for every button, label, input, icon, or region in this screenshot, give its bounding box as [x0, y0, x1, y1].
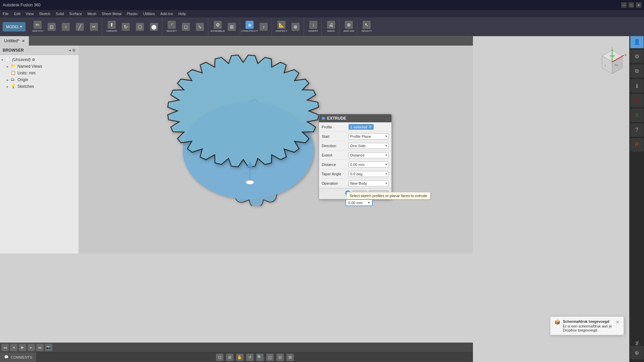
timeline-play-btn[interactable]: ▶ — [19, 344, 26, 351]
tree-item-units[interactable]: 📋 Units: mm — [0, 70, 78, 76]
select-btn[interactable]: ↖ SELECT — [360, 19, 373, 35]
extrude-btn[interactable]: ⬆ CREATE — [105, 19, 118, 35]
title-bar: Autodesk Fusion 360 ─ □ ✕ — [0, 0, 644, 10]
line-icon: ╱ — [76, 23, 84, 31]
taper-input[interactable]: 0.0 deg ▾ — [348, 171, 389, 177]
notification-close-btn[interactable]: ✕ — [615, 319, 620, 325]
plane-btn[interactable]: ◈ CONSTRUCT — [243, 19, 256, 35]
tree-item-document[interactable]: ▾ 📄 (Unsaved) ⚙ — [0, 56, 78, 63]
menu-file[interactable]: File — [3, 12, 9, 16]
model-button[interactable]: MODEL ▾ — [3, 22, 25, 32]
create-sketch-btn[interactable]: ⊡ — [45, 19, 58, 35]
model-label: MODEL — [6, 25, 19, 29]
status-grid-btn[interactable]: ⊞ — [226, 354, 233, 361]
menu-plastic[interactable]: Plastic — [127, 12, 138, 16]
rs-bottom-btn[interactable]: ⊕ — [630, 346, 644, 359]
minimize-btn[interactable]: ─ — [621, 2, 627, 8]
view-cube[interactable]: TOP FR L X Y — [597, 47, 627, 77]
dimension-input-box[interactable]: ▾ — [345, 199, 373, 206]
comments-button[interactable]: 💬 COMMENTS — [0, 352, 37, 362]
direction-dropdown[interactable]: One Side ▾ — [348, 143, 389, 149]
rs-acrobat-btn[interactable]: A — [630, 94, 644, 107]
start-dropdown[interactable]: Profile Plane ▾ — [348, 133, 389, 139]
canvas-area[interactable]: /* teeth will be drawn in JS below */ Se… — [79, 46, 473, 253]
origin-icon: 🗂 — [11, 77, 16, 82]
revolve-btn[interactable]: ↻ — [119, 19, 132, 35]
trim-btn[interactable]: ✂ — [87, 19, 101, 35]
tab-untitled[interactable]: Untitled* ✕ — [0, 36, 29, 46]
distance-input[interactable]: 0.00 mm ▾ — [348, 162, 389, 168]
menu-sketch[interactable]: Sketch — [39, 12, 50, 16]
extent-dropdown[interactable]: Distance ▾ — [348, 152, 389, 158]
notification-title: Schermafdruk toegevoegd — [563, 319, 613, 323]
menu-addins[interactable]: Add-Ins — [160, 12, 173, 16]
extrude-arrow-handle[interactable] — [240, 160, 260, 187]
menu-edit[interactable]: Edit — [14, 12, 20, 16]
rs-layers-btn[interactable]: ⧉ — [630, 64, 644, 78]
make-btn[interactable]: 🖨 MAKE — [324, 19, 338, 35]
menu-mesh[interactable]: Mesh — [87, 12, 96, 16]
browser-settings-btn[interactable]: ⚙ — [72, 48, 76, 53]
status-section-btn[interactable]: ◫ — [266, 354, 274, 361]
menu-view[interactable]: View — [26, 12, 34, 16]
timeline-start-btn[interactable]: ⏮ — [1, 344, 9, 351]
hole-btn[interactable]: ⬤ — [147, 19, 161, 35]
operation-dropdown[interactable]: New Body ▾ — [348, 180, 389, 186]
timeline-prev-btn[interactable]: ◂ — [10, 344, 17, 351]
status-grid2-btn[interactable]: ⊠ — [286, 354, 294, 361]
timeline-camera-btn[interactable]: 📷 — [45, 344, 52, 351]
loft-btn[interactable]: ⬡ — [133, 19, 147, 35]
shell-btn[interactable]: ◻ — [179, 19, 193, 35]
rigid-icon: ⊞ — [228, 23, 236, 31]
maximize-btn[interactable]: □ — [629, 2, 634, 8]
gear-group — [168, 55, 319, 167]
status-orbit-btn[interactable]: ↺ — [246, 354, 254, 361]
rs-info-btn[interactable]: ℹ — [630, 79, 644, 93]
sketch-btn[interactable]: ✏ SKETCH — [31, 19, 44, 35]
profile-clear-btn[interactable]: ✕ — [369, 125, 372, 129]
scale-btn[interactable]: ⤡ — [193, 19, 207, 35]
profile-selected-btn[interactable]: 1 selected ✕ — [348, 124, 374, 130]
rs-ppt-btn[interactable]: P — [630, 138, 644, 152]
tree-item-named-views[interactable]: ▸ 📁 Named Views — [0, 63, 78, 70]
rs-user-btn[interactable]: 👤 — [630, 35, 644, 48]
rs-settings-btn[interactable]: ⚙ — [630, 50, 644, 63]
dimension-dropdown-arrow[interactable]: ▾ — [368, 200, 370, 205]
taper-label: Taper Angle — [322, 172, 348, 176]
menu-utilities[interactable]: Utilities — [143, 12, 155, 16]
rs-unknown-btn[interactable]: ? — [630, 123, 644, 137]
line-btn[interactable]: ╱ — [73, 19, 87, 35]
interference-btn[interactable]: ⊗ — [289, 19, 302, 35]
tree-label-document: (Unsaved) — [12, 57, 31, 62]
addins-btn[interactable]: ⊕ ADD-INS — [342, 19, 356, 35]
status-snap-btn[interactable]: ⊡ — [216, 354, 223, 361]
extrude-distance-row: Distance 0.00 mm ▾ — [319, 160, 391, 169]
menu-sheetmetal[interactable]: Sheet Metal — [102, 12, 121, 16]
tree-item-origin[interactable]: ▸ 🗂 Origin — [0, 76, 78, 83]
operation-dropdown-arrow: ▾ — [385, 181, 387, 185]
status-zoom-btn[interactable]: 🔍 — [256, 354, 264, 361]
timeline-next-btn[interactable]: ▸ — [28, 344, 35, 351]
document-settings-icon[interactable]: ⚙ — [32, 58, 35, 62]
joint-btn[interactable]: ⚙ ASSEMBLE — [211, 19, 224, 35]
rigid-btn[interactable]: ⊞ — [225, 19, 238, 35]
axis-btn[interactable]: ↕ — [257, 19, 270, 35]
menu-help[interactable]: Help — [178, 12, 186, 16]
insert-btn[interactable]: ↓ INSERT — [307, 19, 320, 35]
fillet-btn[interactable]: ◜ MODIFY — [165, 19, 178, 35]
close-btn[interactable]: ✕ — [636, 2, 641, 8]
status-pan-btn[interactable]: ✋ — [236, 354, 244, 361]
view-cube-svg: TOP FR L X Y — [597, 47, 627, 77]
circle-btn[interactable]: ○ — [59, 19, 72, 35]
status-display-btn[interactable]: ⊟ — [276, 354, 284, 361]
browser-collapse-btn[interactable]: ◂ — [69, 48, 71, 53]
rs-excel-btn[interactable]: X — [630, 109, 644, 122]
timeline-end-btn[interactable]: ⏭ — [36, 344, 44, 351]
tab-close-btn[interactable]: ✕ — [22, 39, 25, 43]
menu-solid[interactable]: Solid — [56, 12, 64, 16]
tree-item-sketches[interactable]: ▸ 💡 Sketches — [0, 83, 78, 90]
menu-surface[interactable]: Surface — [69, 12, 82, 16]
taper-input-arrow: ▾ — [385, 172, 387, 176]
dimension-input-field[interactable] — [348, 201, 367, 205]
measure-btn[interactable]: 📐 INSPECT — [275, 19, 288, 35]
